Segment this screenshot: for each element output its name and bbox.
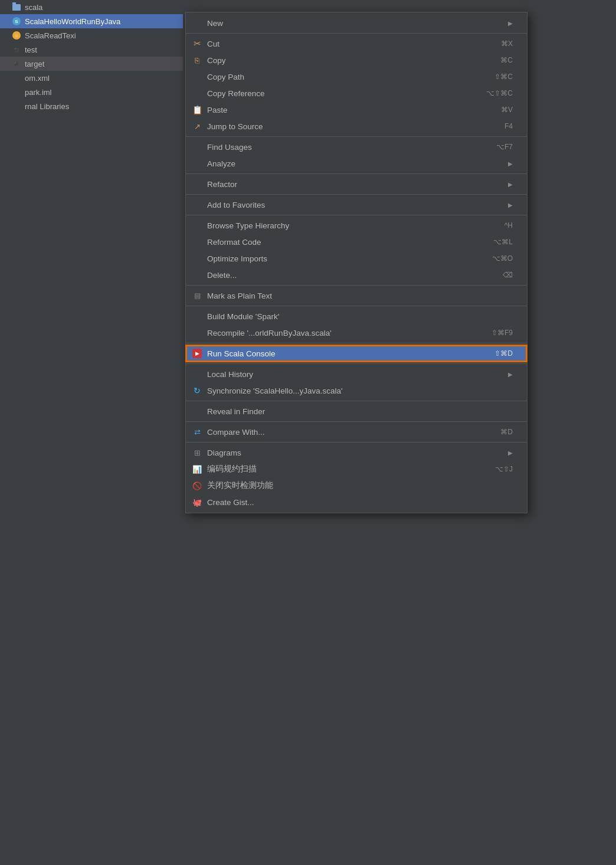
refactor-icon bbox=[192, 179, 202, 189]
sidebar-item-scala[interactable]: scala bbox=[0, 0, 183, 14]
build-icon bbox=[192, 311, 202, 322]
gist-icon: 🐙 bbox=[192, 497, 202, 507]
separator-8 bbox=[186, 343, 527, 343]
separator-10 bbox=[186, 401, 527, 401]
menu-item-run-scala-console[interactable]: ▶ Run Scala Console ⇧⌘D bbox=[186, 345, 527, 362]
menu-item-find-usages[interactable]: Find Usages ⌥F7 bbox=[186, 139, 527, 155]
menu-item-delete[interactable]: Delete... ⌫ bbox=[186, 267, 527, 283]
separator-1 bbox=[186, 33, 527, 34]
sidebar-item-scalareadtexi[interactable]: ○ ScalaReadTexi bbox=[0, 28, 183, 42]
diagrams-icon: ⊞ bbox=[192, 447, 202, 458]
orange-file-icon: ○ bbox=[12, 31, 21, 40]
menu-item-compare-with[interactable]: ⇄ Compare With... ⌘D bbox=[186, 424, 527, 440]
copy-icon: ⎘ bbox=[192, 55, 202, 65]
recompile-icon bbox=[192, 327, 202, 338]
menu-item-diagrams[interactable]: ⊞ Diagrams ▶ bbox=[186, 444, 527, 461]
menu-item-analyze[interactable]: Analyze ▶ bbox=[186, 155, 527, 172]
hierarchy-icon bbox=[192, 220, 202, 231]
sidebar-item-test[interactable]: ◾ test bbox=[0, 42, 183, 57]
menu-item-create-gist[interactable]: 🐙 Create Gist... bbox=[186, 494, 527, 510]
sidebar: scala S ScalaHelloWorldRunByJava ○ Scala… bbox=[0, 0, 183, 865]
find-icon bbox=[192, 142, 202, 152]
menu-item-jump-to-source[interactable]: ↗ Jump to Source F4 bbox=[186, 118, 527, 135]
menu-item-cut[interactable]: ✂ Cut ⌘X bbox=[186, 35, 527, 52]
copy-reference-icon bbox=[192, 88, 202, 99]
code-scan-icon: 📊 bbox=[192, 464, 202, 474]
menu-item-copy-path[interactable]: Copy Path ⇧⌘C bbox=[186, 68, 527, 85]
separator-7 bbox=[186, 306, 527, 306]
iml-file-icon bbox=[12, 87, 21, 97]
separator-11 bbox=[186, 421, 527, 422]
menu-item-copy-reference[interactable]: Copy Reference ⌥⇧⌘C bbox=[186, 85, 527, 101]
menu-item-close-realtime[interactable]: 🚫 关闭实时检测功能 bbox=[186, 477, 527, 494]
scala-file-icon: S bbox=[12, 17, 21, 26]
arrow-icon-refactor: ▶ bbox=[508, 181, 513, 188]
sidebar-item-externallibraries[interactable]: rnal Libraries bbox=[0, 99, 183, 113]
menu-item-build-module[interactable]: Build Module 'Spark' bbox=[186, 308, 527, 325]
delete-icon bbox=[192, 270, 202, 280]
sidebar-item-parkiml[interactable]: park.iml bbox=[0, 85, 183, 99]
xml-file-icon bbox=[12, 73, 21, 83]
separator-2 bbox=[186, 136, 527, 137]
separator-3 bbox=[186, 173, 527, 174]
menu-item-copy[interactable]: ⎘ Copy ⌘C bbox=[186, 52, 527, 68]
separator-5 bbox=[186, 215, 527, 215]
menu-item-optimize-imports[interactable]: Optimize Imports ⌥⌘O bbox=[186, 250, 527, 267]
arrow-icon-history: ▶ bbox=[508, 371, 513, 378]
menu-item-synchronize[interactable]: ↻ Synchronize 'ScalaHello...yJava.scala' bbox=[186, 382, 527, 399]
sync-icon: ↻ bbox=[192, 385, 202, 396]
mark-icon: ▤ bbox=[192, 290, 202, 301]
separator-4 bbox=[186, 194, 527, 195]
favorites-icon bbox=[192, 199, 202, 210]
menu-item-reformat-code[interactable]: Reformat Code ⌥⌘L bbox=[186, 234, 527, 250]
folder-icon-test: ◾ bbox=[12, 45, 21, 54]
arrow-icon-favorites: ▶ bbox=[508, 202, 513, 208]
local-history-icon bbox=[192, 369, 202, 379]
separator-12 bbox=[186, 442, 527, 443]
sidebar-item-target[interactable]: ◾ target bbox=[0, 57, 183, 71]
run-scala-icon: ▶ bbox=[192, 348, 202, 359]
sidebar-item-pomxml[interactable]: om.xml bbox=[0, 71, 183, 85]
arrow-icon-analyze: ▶ bbox=[508, 160, 513, 167]
menu-item-refactor[interactable]: Refactor ▶ bbox=[186, 176, 527, 192]
menu-item-mark-plain-text[interactable]: ▤ Mark as Plain Text bbox=[186, 287, 527, 304]
jump-icon: ↗ bbox=[192, 121, 202, 132]
menu-item-recompile[interactable]: Recompile '...orldRunByJava.scala' ⇧⌘F9 bbox=[186, 325, 527, 341]
menu-item-browse-type-hierarchy[interactable]: Browse Type Hierarchy ^H bbox=[186, 217, 527, 234]
menu-item-paste[interactable]: 📋 Paste ⌘V bbox=[186, 101, 527, 118]
reformat-icon bbox=[192, 237, 202, 247]
menu-item-reveal-in-finder[interactable]: Reveal in Finder bbox=[186, 403, 527, 420]
analyze-icon bbox=[192, 158, 202, 169]
arrow-icon: ▶ bbox=[508, 20, 513, 27]
library-icon bbox=[12, 101, 21, 111]
menu-item-new[interactable]: New ▶ bbox=[186, 15, 527, 31]
menu-item-local-history[interactable]: Local History ▶ bbox=[186, 366, 527, 382]
cut-icon: ✂ bbox=[192, 38, 202, 49]
finder-icon bbox=[192, 406, 202, 417]
separator-6 bbox=[186, 285, 527, 286]
folder-icon bbox=[12, 2, 21, 12]
copy-path-icon bbox=[192, 71, 202, 82]
folder-icon-target: ◾ bbox=[12, 59, 21, 68]
arrow-icon-diagrams: ▶ bbox=[508, 450, 513, 456]
optimize-icon bbox=[192, 253, 202, 264]
sidebar-item-scalahelloworldrunbyjava[interactable]: S ScalaHelloWorldRunByJava bbox=[0, 14, 183, 28]
separator-9 bbox=[186, 363, 527, 364]
paste-icon: 📋 bbox=[192, 104, 202, 115]
close-realtime-icon: 🚫 bbox=[192, 480, 202, 491]
menu-item-code-scan[interactable]: 📊 编码规约扫描 ⌥⇧J bbox=[186, 461, 527, 477]
compare-icon: ⇄ bbox=[192, 427, 202, 437]
context-menu: New ▶ ✂ Cut ⌘X ⎘ Copy ⌘C Copy Path ⇧⌘C C… bbox=[185, 12, 527, 513]
menu-item-add-to-favorites[interactable]: Add to Favorites ▶ bbox=[186, 196, 527, 213]
